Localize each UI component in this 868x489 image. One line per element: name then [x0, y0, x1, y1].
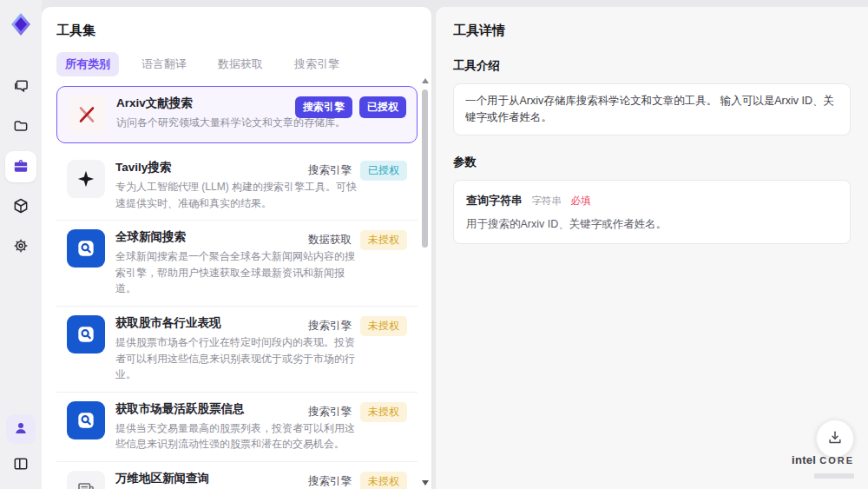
tool-list-item[interactable]: Arxiv文献搜索 访问各个研究领域大量科学论文和文章的存储库。 搜索引擎 已授… — [56, 86, 418, 143]
tool-list-item[interactable]: 获取市场最活跃股票信息 提供当天交易量最高的股票列表，投资者可以利用这些信息来识… — [56, 393, 418, 462]
tool-name: 获取股市各行业表现 — [115, 315, 308, 331]
tools-panel: 工具集 所有类别 语言翻译 数据获取 搜索引擎 Arxiv文献搜索 访问各个研究… — [42, 7, 431, 489]
newspaper-icon — [67, 471, 105, 489]
tool-name: 万维地区新闻查询 — [115, 471, 308, 486]
detail-panel: 工具详情 工具介绍 一个用于从Arxiv存储库搜索科学论文和文章的工具。 输入可… — [436, 7, 868, 489]
category-badge: 搜索引擎 — [308, 163, 352, 178]
category-badge: 搜索引擎 — [308, 405, 352, 420]
scrollbar[interactable] — [421, 78, 429, 486]
arxiv-icon — [68, 96, 106, 134]
param-type: 字符串 — [531, 195, 562, 206]
news-search-icon — [67, 229, 105, 268]
user-avatar[interactable] — [6, 414, 36, 444]
core-wordmark: CORE — [819, 455, 854, 466]
scrollbar-thumb[interactable] — [422, 89, 428, 248]
auth-badge: 未授权 — [360, 316, 407, 336]
category-tab[interactable]: 搜索引擎 — [286, 52, 348, 76]
intro-heading: 工具介绍 — [453, 58, 851, 74]
param-card: 查询字符串 字符串 必填 用于搜索的Arxiv ID、关键字或作者姓名。 — [453, 180, 851, 244]
sidebar — [0, 0, 42, 489]
intel-wordmark: intel — [792, 453, 816, 466]
tool-list: Arxiv文献搜索 访问各个研究领域大量科学论文和文章的存储库。 搜索引擎 已授… — [56, 86, 418, 489]
app-window: 工具集 所有类别 语言翻译 数据获取 搜索引擎 Arxiv文献搜索 访问各个研究… — [0, 0, 868, 489]
sidebar-item-tools[interactable] — [5, 151, 36, 182]
tool-list-item[interactable]: 获取股市各行业表现 提供股票市场各个行业在特定时间段内的表现。投资者可以利用这些… — [56, 307, 418, 393]
news-search-icon — [67, 401, 105, 439]
sidebar-item-files[interactable] — [5, 111, 36, 142]
briefcase-icon — [12, 157, 30, 177]
collapse-panel-icon — [12, 455, 30, 475]
tool-name: 获取市场最活跃股票信息 — [115, 401, 308, 417]
app-logo — [5, 9, 36, 40]
category-tab[interactable]: 数据获取 — [209, 52, 272, 76]
gem-logo-icon — [8, 11, 34, 37]
param-required-badge: 必填 — [570, 195, 590, 206]
tool-intro-text: 一个用于从Arxiv存储库搜索科学论文和文章的工具。 输入可以是Arxiv ID… — [453, 83, 851, 135]
sidebar-nav — [5, 71, 36, 262]
tool-description: 专为人工智能代理 (LLM) 构建的搜索引擎工具。可快速提供实时、准确和真实的结… — [115, 179, 360, 211]
category-tab[interactable]: 所有类别 — [56, 52, 119, 76]
tavily-icon — [67, 160, 105, 198]
chat-icon — [12, 77, 30, 97]
tool-name: 全球新闻搜索 — [115, 229, 308, 245]
intel-core-logo: intelCORE — [792, 452, 854, 482]
scroll-down-arrow-icon[interactable] — [422, 480, 429, 486]
tool-name: Tavily搜索 — [115, 160, 308, 175]
sidebar-item-chat[interactable] — [5, 71, 36, 102]
page-title: 工具集 — [56, 23, 431, 39]
tool-list-item[interactable]: 万维地区新闻查询 查询具体行政区划内的新闻，快速了解各地新闻动 搜索引擎 未授权 — [56, 462, 418, 489]
sidebar-item-packages[interactable] — [5, 191, 36, 222]
tool-list-item[interactable]: 全球新闻搜索 全球新闻搜索是一个聚合全球各大新闻网站内容的搜索引擎，帮助用户快速… — [56, 221, 418, 307]
category-badge: 数据获取 — [308, 233, 352, 248]
tool-list-item[interactable]: Tavily搜索 专为人工智能代理 (LLM) 构建的搜索引擎工具。可快速提供实… — [56, 151, 418, 221]
sidebar-bottom — [5, 414, 36, 480]
gear-icon — [12, 237, 30, 257]
sidebar-item-settings[interactable] — [5, 231, 36, 262]
auth-badge: 未授权 — [360, 472, 407, 489]
category-tab[interactable]: 语言翻译 — [133, 52, 195, 76]
auth-badge: 未授权 — [360, 230, 407, 250]
tool-description: 全球新闻搜索是一个聚合全球各大新闻网站内容的搜索引擎，帮助用户快速获取全球最新资… — [115, 248, 360, 297]
news-search-icon — [67, 315, 105, 354]
category-badge: 搜索引擎 — [295, 96, 352, 118]
user-avatar-icon — [13, 420, 29, 439]
category-badge: 搜索引擎 — [308, 319, 352, 334]
param-header: 查询字符串 字符串 必填 — [466, 192, 838, 208]
auth-badge: 已授权 — [360, 161, 407, 181]
scroll-up-arrow-icon[interactable] — [422, 78, 429, 83]
param-description: 用于搜索的Arxiv ID、关键字或作者姓名。 — [466, 217, 838, 232]
folder-icon — [12, 117, 30, 137]
tool-name: Arxiv文献搜索 — [116, 96, 295, 111]
intel-logo-sub-bar — [814, 473, 854, 479]
auth-badge: 未授权 — [360, 402, 407, 422]
auth-badge: 已授权 — [359, 96, 406, 118]
tool-description: 提供股票市场各个行业在特定时间段内的表现。投资者可以利用这些信息来识别表现优于或… — [115, 334, 360, 383]
download-icon — [826, 429, 844, 449]
category-badge: 搜索引擎 — [308, 474, 352, 489]
param-name: 查询字符串 — [466, 194, 523, 207]
category-tabs: 所有类别 语言翻译 数据获取 搜索引擎 — [56, 52, 431, 76]
params-heading: 参数 — [453, 155, 851, 170]
collapse-sidebar-button[interactable] — [5, 449, 36, 480]
cube-icon — [12, 197, 30, 217]
tool-description: 提供当天交易量最高的股票列表，投资者可以利用这些信息来识别流动性强的股票和潜在的… — [115, 420, 360, 453]
detail-title: 工具详情 — [453, 23, 851, 39]
